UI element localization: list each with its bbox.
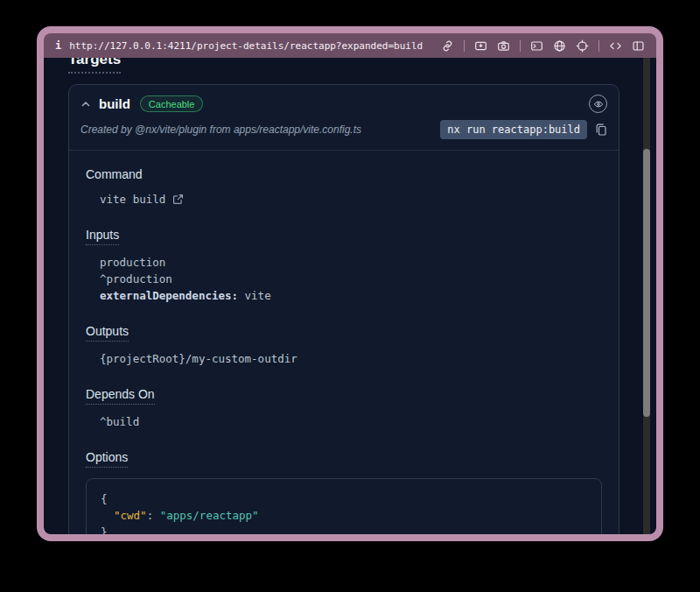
link-icon[interactable] [441,39,454,53]
json-open-brace: { [101,490,587,507]
command-label: Command [86,167,143,181]
options-json-block: { "cwd": "apps/reactapp" } [86,478,602,534]
toolbar-divider [598,40,599,52]
copy-icon[interactable] [595,123,607,137]
scrollbar-track[interactable] [643,58,650,534]
input-item: production [100,254,602,271]
code-icon[interactable] [609,39,622,53]
chevron-up-icon[interactable] [80,99,91,109]
terminal-icon[interactable] [530,39,543,53]
panel-icon[interactable] [632,39,645,53]
depends-on-section: Depends On ^build [86,386,602,430]
target-icon[interactable] [576,39,589,53]
url-address-bar[interactable]: http://127.0.0.1:4211/project-details/re… [69,40,423,52]
build-card-subheader: Created by @nx/vite/plugin from apps/rea… [69,115,619,151]
browser-window: i http://127.0.0.1:4211/project-details/… [37,26,663,541]
outputs-section: Outputs {projectRoot}/my-custom-outdir [86,323,602,367]
target-name-build: build [99,96,130,111]
target-card-build: build Cacheable Created by @nx/vite/plug… [68,84,620,534]
depends-on-item: ^build [100,413,602,430]
input-item: ^production [100,271,602,287]
project-details-content: Targets build Cacheable Created by @nx/v… [68,58,620,534]
scrollbar-thumb[interactable] [643,149,650,417]
cacheable-badge: Cacheable [140,95,204,112]
targets-heading: Targets [68,58,121,74]
json-close-brace: } [101,524,587,534]
options-section: Options { "cwd": "apps/reactapp" } [86,449,602,534]
chrome-toolbar [441,39,645,53]
command-section: Command vite build [86,166,602,208]
run-command-pill[interactable]: nx run reactapp:build [440,120,587,139]
created-by-text: Created by @nx/vite/plugin from apps/rea… [80,123,361,136]
build-card-body: Command vite build Inputs production [69,151,619,534]
inputs-label: Inputs [86,228,119,245]
outputs-label: Outputs [86,324,129,342]
depends-on-label: Depends On [86,387,155,405]
external-link-icon[interactable] [172,194,184,205]
toolbar-divider [520,40,521,52]
browser-chrome-bar: i http://127.0.0.1:4211/project-details/… [44,33,656,58]
input-item: externalDependencies: vite [100,287,602,304]
globe-icon[interactable] [553,39,566,53]
options-label: Options [86,450,128,468]
build-card-header[interactable]: build Cacheable [69,85,619,115]
output-item: {projectRoot}/my-custom-outdir [100,350,602,367]
toolbar-divider [464,40,465,52]
inputs-section: Inputs production ^production externalDe… [86,227,602,304]
view-technologies-button[interactable] [589,95,607,113]
record-icon[interactable] [474,39,487,53]
command-value: vite build [100,191,165,208]
json-property-line: "cwd": "apps/reactapp" [101,507,587,524]
camera-icon[interactable] [497,39,510,53]
page-viewport: Targets build Cacheable Created by @nx/v… [44,58,656,534]
info-icon: i [55,39,61,52]
